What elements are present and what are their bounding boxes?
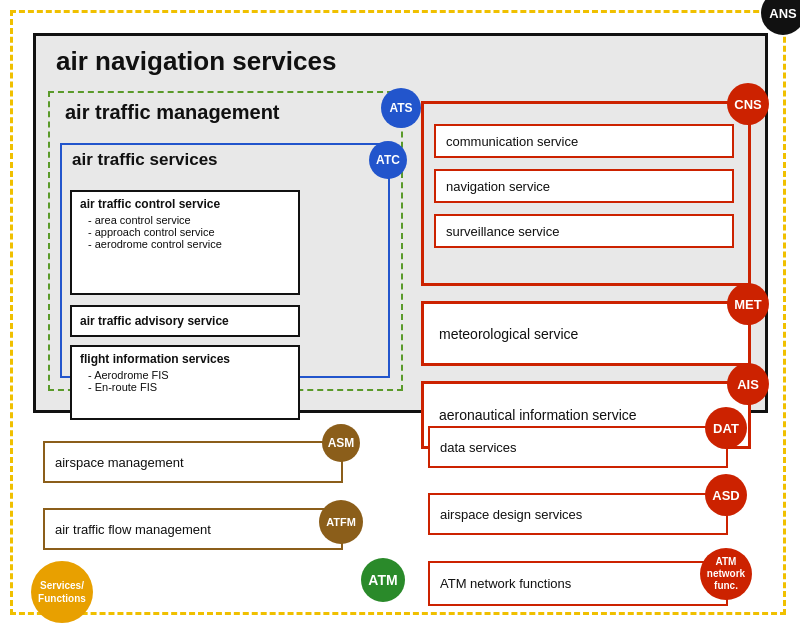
atc-title: air traffic control service xyxy=(80,197,290,211)
atc-item-1: - area control service xyxy=(88,214,290,226)
atfm-box: ATFM air traffic flow management xyxy=(43,508,343,550)
advisory-text: air traffic advisory service xyxy=(80,314,229,328)
dat-box: DAT data services xyxy=(428,426,728,468)
asm-box: ASM airspace management xyxy=(43,441,343,483)
cns-badge: CNS xyxy=(727,83,769,125)
cns-comm-box: communication service xyxy=(434,124,734,158)
atfm-text: air traffic flow management xyxy=(55,522,211,537)
atc-item-2: - approach control service xyxy=(88,226,290,238)
fis-item-1: - Aerodrome FIS xyxy=(88,369,290,381)
atfm-badge: ATFM xyxy=(319,500,363,544)
cns-surv-box: surveillance service xyxy=(434,214,734,248)
fis-title: flight information services xyxy=(80,352,290,366)
met-box: MET meteorological service xyxy=(421,301,751,366)
cns-box: CNS communication service navigation ser… xyxy=(421,101,751,286)
ats-box: air traffic services ATC air traffic con… xyxy=(60,143,390,378)
atm-title: air traffic management xyxy=(65,101,280,124)
atc-badge: ATC xyxy=(369,141,407,179)
atc-box: air traffic control service - area contr… xyxy=(70,190,300,295)
asd-badge: ASD xyxy=(705,474,747,516)
cns-nav-box: navigation service xyxy=(434,169,734,203)
ais-text: aeronautical information service xyxy=(439,407,637,423)
asd-box: ASD airspace design services xyxy=(428,493,728,535)
dat-badge: DAT xyxy=(705,407,747,449)
ans-title: air navigation services xyxy=(56,46,336,77)
atc-item-3: - aerodrome control service xyxy=(88,238,290,250)
ats-badge: ATS xyxy=(381,88,421,128)
atm-net-badge: ATM network func. xyxy=(700,548,752,600)
cns-comm-text: communication service xyxy=(446,134,578,149)
atm-badge: ATM xyxy=(361,558,405,602)
asm-text: airspace management xyxy=(55,455,184,470)
fis-box: flight information services - Aerodrome … xyxy=(70,345,300,420)
fis-item-2: - En-route FIS xyxy=(88,381,290,393)
ans-box: air navigation services air traffic mana… xyxy=(33,33,768,413)
services-badge: Services/ Functions xyxy=(31,561,93,623)
advisory-box: air traffic advisory service xyxy=(70,305,300,337)
outer-container: ANS air navigation services air traffic … xyxy=(10,10,786,615)
ais-badge: AIS xyxy=(727,363,769,405)
met-badge: MET xyxy=(727,283,769,325)
atm-net-text: ATM network functions xyxy=(440,576,571,591)
ats-title: air traffic services xyxy=(72,150,218,170)
atm-net-box: ATM network func. ATM network functions xyxy=(428,561,728,606)
ans-badge: ANS xyxy=(761,0,800,35)
dat-text: data services xyxy=(440,440,517,455)
met-text: meteorological service xyxy=(439,326,578,342)
atm-box: air traffic management ATS air traffic s… xyxy=(48,91,403,391)
asd-text: airspace design services xyxy=(440,507,582,522)
cns-nav-text: navigation service xyxy=(446,179,550,194)
asm-badge: ASM xyxy=(322,424,360,462)
cns-surv-text: surveillance service xyxy=(446,224,559,239)
